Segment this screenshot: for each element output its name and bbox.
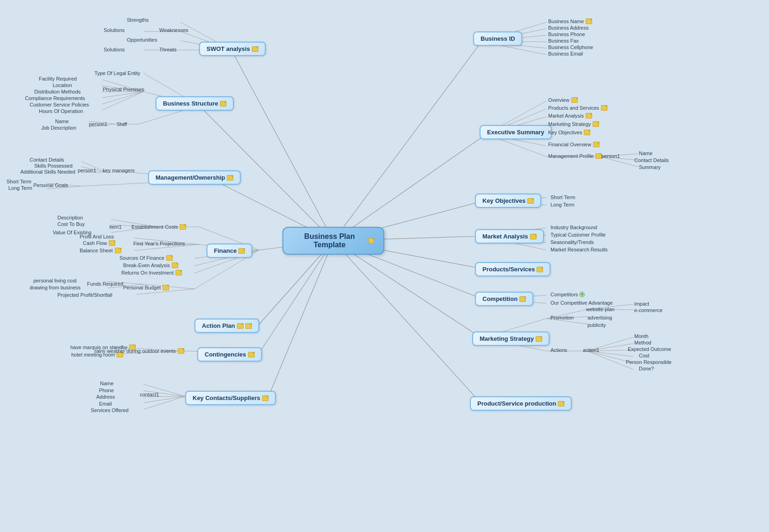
svg-line-5: [259, 241, 333, 353]
key-contacts-label: Key Contacts/Suppliers: [193, 394, 260, 401]
mgmt-person1: person1: [76, 167, 98, 174]
fin-sources: Sources Of Finance: [118, 254, 175, 262]
kc-name: Name: [98, 380, 115, 387]
es-summary: Summary: [637, 163, 663, 171]
swot-solutions-2: Solutions: [102, 46, 126, 53]
comp-plus-icon: +: [579, 292, 585, 297]
bs-staff: Staff: [115, 120, 129, 128]
swot-threats: Threats: [157, 46, 178, 53]
es-products-icon: [601, 105, 607, 111]
bs-job-desc: Job Description: [39, 124, 78, 131]
marketing-strategy-icon: [536, 336, 542, 342]
fin-funds-required: Funds Required: [85, 280, 125, 288]
products-services-icon: [537, 267, 543, 272]
ms-action1: action1: [581, 346, 601, 354]
es-key-objectives: Key Objectives: [546, 129, 592, 136]
competition-icon: [519, 296, 526, 302]
executive-summary-label: Executive Summary: [487, 129, 544, 136]
svg-line-66: [144, 396, 185, 409]
key-objectives-icon: [527, 198, 534, 204]
management-icon: [227, 175, 233, 181]
contingencies-icon: [248, 352, 255, 357]
marketing-strategy-label: Marketing Strategy: [480, 335, 534, 342]
es-overview-icon: [571, 97, 578, 103]
bid-name-icon: [586, 19, 592, 24]
fin-balance-icon: [115, 248, 121, 253]
center-node[interactable]: Business Plan Template: [282, 227, 384, 255]
fin-est-icon: [180, 224, 186, 230]
business-id-label: Business ID: [481, 35, 515, 42]
es-mgmt-profile: Management Profile: [546, 152, 604, 160]
es-mstrategy-icon: [593, 121, 599, 127]
fin-personal-living: personal living cost: [31, 277, 79, 284]
cont-rainy-icon: [178, 348, 184, 354]
fin-returns-icon: [175, 270, 182, 275]
business-structure-icon: [220, 101, 226, 106]
svg-line-28: [102, 92, 144, 110]
svg-line-27: [102, 92, 144, 104]
market-analysis-node[interactable]: Market Analysis: [475, 229, 544, 244]
action-plan-node[interactable]: Action Plan: [194, 319, 259, 333]
key-contacts-icon: [262, 395, 269, 401]
fin-pb-icon: [163, 285, 169, 290]
kc-services: Services Offered: [89, 407, 131, 414]
finance-icon: [238, 248, 245, 254]
fin-drawing: drawing from business: [28, 284, 82, 291]
product-service-production-label: Product/Service production: [477, 400, 556, 407]
action-plan-icon2: [245, 323, 252, 329]
fin-breakeven: Break-Even Analysis: [121, 262, 180, 269]
fin-balance: Balance Sheet: [78, 247, 123, 254]
ma-research: Market Research Results: [549, 246, 610, 253]
swot-solutions-1: Solutions: [102, 26, 126, 34]
fin-sources-icon: [166, 255, 173, 261]
es-financial-icon: [593, 142, 600, 147]
svg-line-6: [269, 241, 333, 396]
ma-industry: Industry Background: [549, 224, 599, 231]
es-products: Products and Services: [546, 104, 609, 112]
fin-item1: item1: [107, 223, 124, 231]
fin-establishment: Establishment Costs: [130, 223, 188, 231]
fin-first-year: First Year's Projections: [131, 240, 187, 247]
swot-node[interactable]: SWOT analysis: [199, 42, 266, 56]
cont-rainy: rainy weather during outdoor events: [93, 347, 186, 355]
key-objectives-node[interactable]: Key Objectives: [475, 194, 541, 208]
finance-node[interactable]: Finance: [206, 244, 252, 258]
fin-projected: Projected Profit/Shortfall: [56, 291, 114, 299]
es-marketing-strategy: Marketing Strategy: [546, 120, 601, 128]
product-service-production-node[interactable]: Product/Service production: [470, 396, 572, 411]
market-analysis-icon: [530, 234, 537, 239]
ma-seasonality: Seasonality/Trends: [549, 238, 596, 246]
finance-label: Finance: [214, 247, 237, 254]
business-structure-node[interactable]: Business Structure: [156, 96, 234, 111]
connections-svg: [0, 0, 769, 532]
bid-email: Business Email: [546, 50, 585, 57]
market-analysis-label: Market Analysis: [482, 233, 528, 240]
ms-promotion: Promotion: [549, 314, 575, 321]
business-structure-label: Business Structure: [163, 100, 218, 107]
ms-publicity: publicity: [586, 321, 608, 329]
business-id-node[interactable]: Business ID: [473, 31, 522, 46]
svg-line-7: [333, 42, 481, 241]
contingencies-node[interactable]: Contingencies: [197, 347, 262, 362]
svg-line-8: [333, 134, 486, 241]
action-plan-label: Action Plan: [202, 322, 235, 329]
fin-breakeven-icon: [172, 263, 178, 268]
ms-actions: Actions: [549, 346, 569, 354]
mgmt-add-skills: Additional Skills Needed: [19, 168, 77, 175]
key-contacts-node[interactable]: Key Contacts/Suppliers: [185, 391, 276, 405]
swot-label: SWOT analysis: [206, 45, 250, 52]
bs-person1: person1: [87, 120, 109, 128]
swot-icon: [252, 46, 258, 52]
ms-done: Done?: [637, 365, 656, 372]
competition-node[interactable]: Competition: [475, 292, 533, 306]
fin-cost-to-buy: Cost To Buy: [56, 220, 87, 228]
center-label: Business Plan Template: [293, 232, 367, 249]
ma-typical-customer: Typical Customer Profile: [549, 231, 607, 238]
ms-website-plan: website plan: [584, 306, 616, 313]
products-services-node[interactable]: Products/Services: [475, 262, 550, 276]
products-services-label: Products/Services: [482, 266, 535, 273]
marketing-strategy-node[interactable]: Marketing Strategy: [472, 332, 550, 346]
executive-summary-node[interactable]: Executive Summary: [480, 125, 552, 139]
kc-address: Address: [94, 393, 117, 401]
management-node[interactable]: Management/Ownership: [148, 170, 241, 185]
